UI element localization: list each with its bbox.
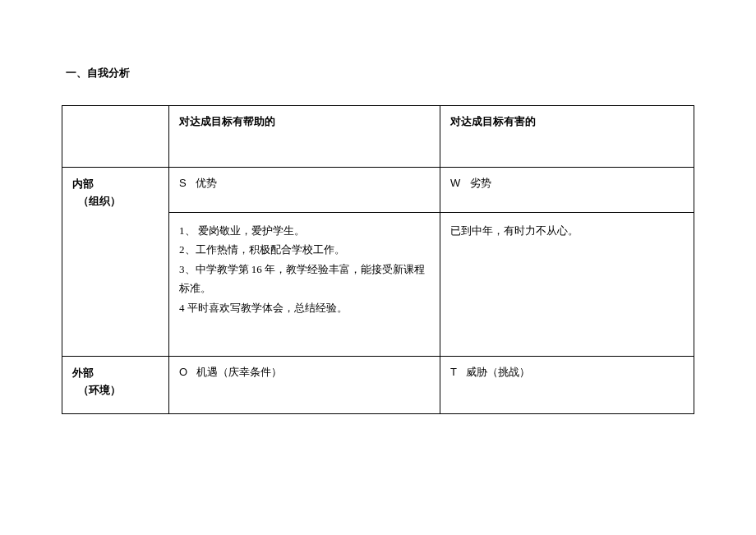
w-letter: W xyxy=(450,177,460,189)
external-line1: 外部 xyxy=(72,367,94,379)
o-letter: O xyxy=(179,366,187,378)
header-helpful: 对达成目标有帮助的 xyxy=(169,106,440,168)
w-label: 劣势 xyxy=(470,177,491,189)
internal-line1: 内部 xyxy=(72,178,94,190)
o-label: 机遇（庆幸条件） xyxy=(196,366,282,378)
internal-line2: （组织） xyxy=(78,195,121,207)
s-letter: S xyxy=(179,177,187,189)
opportunities-label-cell: O 机遇（庆幸条件） xyxy=(169,357,440,414)
header-empty-cell xyxy=(62,106,169,168)
weaknesses-content: 已到中年，有时力不从心。 xyxy=(440,213,694,357)
internal-label-cell: 内部 （组织） xyxy=(62,168,169,357)
t-label: 威胁（挑战） xyxy=(466,366,530,378)
header-row: 对达成目标有帮助的 对达成目标有害的 xyxy=(62,106,694,168)
section-title: 一、自我分析 xyxy=(66,66,694,81)
strengths-content: 1、 爱岗敬业，爱护学生。 2、工作热情，积极配合学校工作。 3、中学教学第 1… xyxy=(169,213,440,357)
external-line2: （环境） xyxy=(78,384,121,396)
external-label-cell: 外部 （环境） xyxy=(62,357,169,414)
internal-label-row: 内部 （组织） S 优势 W 劣势 xyxy=(62,168,694,213)
s-label: 优势 xyxy=(196,177,217,189)
swot-table: 对达成目标有帮助的 对达成目标有害的 内部 （组织） S 优势 W 劣势 1、 … xyxy=(62,105,694,414)
t-letter: T xyxy=(450,366,457,378)
external-label-row: 外部 （环境） O 机遇（庆幸条件） T 威胁（挑战） xyxy=(62,357,694,414)
threats-label-cell: T 威胁（挑战） xyxy=(440,357,694,414)
strengths-label-cell: S 优势 xyxy=(169,168,440,213)
header-harmful: 对达成目标有害的 xyxy=(440,106,694,168)
weaknesses-label-cell: W 劣势 xyxy=(440,168,694,213)
